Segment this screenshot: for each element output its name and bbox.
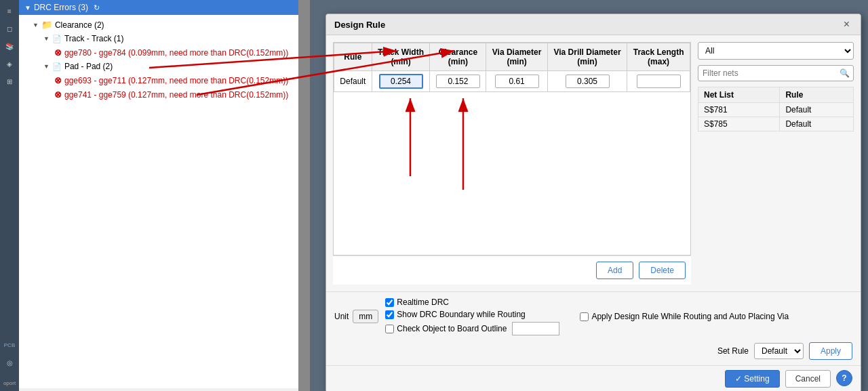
track-track-label: Track - Track (1) <box>64 34 124 43</box>
unit-section: Unit mm <box>334 310 378 323</box>
net-table: Net List Rule S$781 Default S$785 Defaul… <box>698 87 854 131</box>
drc-panel: ▼ DRC Errors (3) ↻ ▼ 📁 Clearance (2) ▼ 📄… <box>19 0 311 391</box>
clearance-input[interactable] <box>436 75 480 88</box>
net-cell-rule-781: Default <box>780 103 854 117</box>
unit-label: Unit <box>334 312 349 321</box>
tree-item-track-track[interactable]: ▼ 📄 Track - Track (1) <box>19 32 310 45</box>
net-dropdown[interactable]: All <box>698 42 854 60</box>
app-sidebar: ≡ ◻ 📚 ◈ ⊞ PCB ◎ oport <box>0 0 19 391</box>
net-row-1[interactable]: S$781 Default <box>698 103 854 117</box>
check-object-input[interactable] <box>512 322 559 335</box>
dialog-close-button[interactable]: × <box>841 18 852 30</box>
show-boundary-label[interactable]: Show DRC Boundary while Routing <box>385 310 559 319</box>
refresh-icon[interactable]: ↻ <box>94 3 100 12</box>
table-row: Default <box>334 71 690 92</box>
dialog-body: Rule Track Width(min) Clearance(min) Via… <box>326 35 861 291</box>
pad-pad-label: Pad - Pad (2) <box>64 62 113 71</box>
apply-row: Set Rule Default Apply <box>717 342 852 360</box>
arrow-down-icon-3: ▼ <box>43 63 50 70</box>
file-icon-2: 📄 <box>52 62 62 71</box>
col-clearance: Clearance(min) <box>430 43 486 71</box>
tree-item-pad-pad[interactable]: ▼ 📄 Pad - Pad (2) <box>19 60 310 73</box>
tree-item-err3[interactable]: ⊗ gge741 - gge759 (0.127mm, need more th… <box>19 87 310 102</box>
setting-button[interactable]: ✓ Setting <box>725 370 780 388</box>
check-object-checkbox[interactable] <box>385 325 394 333</box>
cell-via-drill[interactable] <box>547 71 627 92</box>
delete-button[interactable]: Delete <box>639 262 686 279</box>
error-icon-3: ⊗ <box>54 89 62 100</box>
net-col-rule: Rule <box>780 87 854 103</box>
table-container: Rule Track Width(min) Clearance(min) Via… <box>333 42 691 285</box>
col-rule: Rule <box>334 43 372 71</box>
filter-input-wrap: 🔍 <box>698 65 854 81</box>
cancel-button[interactable]: Cancel <box>785 370 831 388</box>
track-length-input[interactable] <box>637 75 681 88</box>
error-icon-1: ⊗ <box>54 47 62 58</box>
arrow-down-icon: ▼ <box>33 22 39 28</box>
sidebar-icon-1[interactable]: ≡ <box>1 3 18 19</box>
col-via-diameter: Via Diameter(min) <box>486 43 547 71</box>
realtime-drc-checkbox[interactable] <box>385 298 394 307</box>
error-icon-2: ⊗ <box>54 75 62 85</box>
drc-options: Realtime DRC Show DRC Boundary while Rou… <box>385 297 559 335</box>
via-diameter-input[interactable] <box>495 75 539 88</box>
dialog-footer: Unit mm Realtime DRC Show DRC Boundary w… <box>326 291 861 365</box>
design-rule-dialog: Design Rule × Rule Track Width(min) Clea… <box>326 14 861 391</box>
drc-tree: ▼ 📁 Clearance (2) ▼ 📄 Track - Track (1) … <box>19 15 310 388</box>
realtime-drc-text: Realtime DRC <box>397 297 449 307</box>
tree-item-err1[interactable]: ⊗ gge780 - gge784 (0.099mm, need more th… <box>19 45 310 60</box>
expand-arrow[interactable]: ▼ <box>24 4 31 12</box>
realtime-drc-label[interactable]: Realtime DRC <box>385 297 559 307</box>
sidebar-icon-report[interactable]: oport <box>1 375 18 391</box>
via-drill-input[interactable] <box>566 75 610 88</box>
apply-drc-routing-label[interactable]: Apply Design Rule While Routing and Auto… <box>580 312 789 321</box>
err3-label: gge741 - gge759 (0.127mm, need more than… <box>64 90 288 100</box>
sidebar-icon-bottom[interactable]: ◎ <box>1 354 18 371</box>
folder-icon: 📁 <box>41 20 52 30</box>
dialog-titlebar: Design Rule × <box>326 14 861 35</box>
err1-label: gge780 - gge784 (0.099mm, need more than… <box>64 48 288 58</box>
arrow-down-icon-2: ▼ <box>43 35 50 42</box>
search-icon: 🔍 <box>840 68 850 78</box>
cell-via-diameter[interactable] <box>486 71 547 92</box>
rule-table: Rule Track Width(min) Clearance(min) Via… <box>334 43 690 92</box>
err2-label: gge693 - gge711 (0.127mm, need more than… <box>64 76 288 85</box>
track-width-input[interactable] <box>379 74 423 89</box>
net-row-2[interactable]: S$785 Default <box>698 117 854 131</box>
clearance-label: Clearance (2) <box>55 20 104 30</box>
apply-drc-routing-checkbox[interactable] <box>580 312 589 321</box>
unit-badge: mm <box>353 310 378 323</box>
help-button[interactable]: ? <box>836 370 852 386</box>
show-boundary-text: Show DRC Boundary while Routing <box>397 310 525 319</box>
add-button[interactable]: Add <box>596 262 633 279</box>
set-rule-dropdown[interactable]: Default <box>754 343 804 359</box>
apply-drc-routing-text: Apply Design Rule While Routing and Auto… <box>591 312 789 321</box>
sidebar-icon-3[interactable]: 📚 <box>1 38 18 54</box>
ruler-left <box>298 0 311 391</box>
col-track-width: Track Width(min) <box>372 43 430 71</box>
apply-button[interactable]: Apply <box>809 342 852 360</box>
sidebar-icon-4[interactable]: ◈ <box>1 56 18 72</box>
sidebar-icon-5[interactable]: ⊞ <box>1 73 18 89</box>
check-object-text: Check Object to Board Outline <box>397 324 507 333</box>
tree-item-clearance[interactable]: ▼ 📁 Clearance (2) <box>19 18 310 32</box>
table-empty-area <box>334 92 690 255</box>
drc-title: DRC Errors (3) <box>34 3 88 12</box>
sidebar-icon-2[interactable]: ◻ <box>1 20 18 37</box>
rule-table-section: Rule Track Width(min) Clearance(min) Via… <box>333 42 691 255</box>
dialog-title-text: Design Rule <box>334 20 385 30</box>
set-rule-label: Set Rule <box>717 346 749 356</box>
filter-nets-input[interactable] <box>698 65 854 81</box>
table-actions: Add Delete <box>333 255 691 285</box>
cell-clearance[interactable] <box>430 71 486 92</box>
tree-item-err2[interactable]: ⊗ gge693 - gge711 (0.127mm, need more th… <box>19 73 310 87</box>
net-col-list: Net List <box>698 87 780 103</box>
drc-header: ▼ DRC Errors (3) ↻ <box>19 0 310 15</box>
col-track-length: Track Length(max) <box>627 43 690 71</box>
sidebar-icon-pcb[interactable]: PCB <box>1 337 18 353</box>
show-boundary-checkbox[interactable] <box>385 310 394 319</box>
check-object-label[interactable]: Check Object to Board Outline <box>385 322 559 335</box>
cell-track-length[interactable] <box>627 71 690 92</box>
cell-track-width[interactable] <box>372 71 430 92</box>
net-cell-rule-785: Default <box>780 117 854 131</box>
